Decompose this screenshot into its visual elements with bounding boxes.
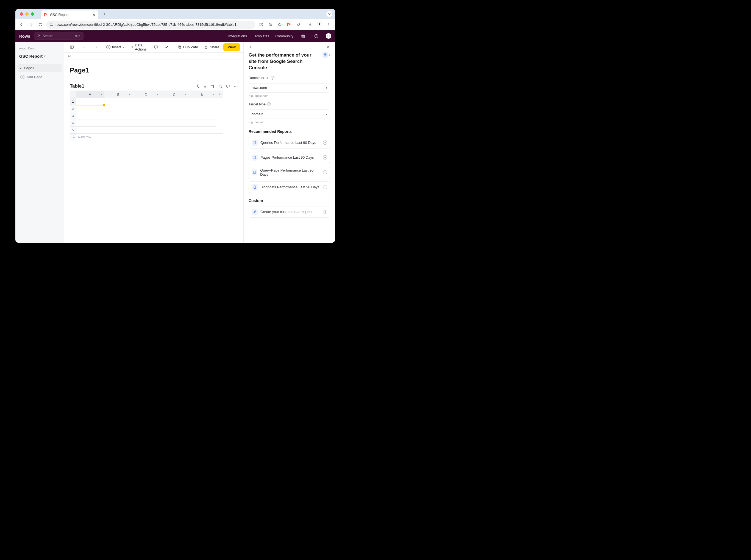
custom-request-item[interactable]: Create your custom data request — [249, 206, 330, 218]
share-button[interactable]: Share — [202, 44, 222, 51]
add-report-icon[interactable]: + — [323, 155, 327, 159]
cell[interactable] — [160, 112, 188, 119]
global-search[interactable]: Search ⌘ K — [34, 32, 83, 40]
doc-title[interactable]: GSC Report ▾ — [18, 51, 62, 61]
row-header[interactable]: 2 — [70, 105, 76, 112]
rows-extension-icon[interactable] — [285, 21, 292, 28]
crumb-root[interactable]: rows — [19, 47, 25, 50]
browser-tab[interactable]: GSC Report ✕ — [41, 11, 98, 19]
add-report-icon[interactable]: + — [323, 185, 327, 189]
search-icon[interactable] — [218, 84, 223, 88]
trend-button[interactable] — [162, 44, 171, 51]
cell[interactable] — [160, 119, 188, 126]
cell[interactable] — [104, 105, 132, 112]
close-tab-icon[interactable]: ✕ — [92, 13, 96, 17]
target-select[interactable]: domain ▾ — [249, 109, 330, 119]
filter-icon[interactable] — [203, 84, 207, 88]
select-all-corner[interactable] — [70, 91, 76, 98]
address-bar[interactable]: rows.com/rows/demo/untitled-2-3CcARDlgNa… — [46, 21, 255, 29]
cell[interactable] — [160, 98, 188, 105]
add-row-button[interactable]: + — [70, 134, 76, 141]
reload-button[interactable] — [37, 21, 44, 28]
cell[interactable] — [76, 119, 104, 126]
ai-sparkle-icon[interactable] — [195, 84, 199, 88]
cell[interactable] — [132, 98, 160, 105]
cell[interactable] — [76, 126, 104, 134]
redo-button[interactable] — [91, 44, 99, 51]
site-settings-icon[interactable] — [50, 23, 53, 27]
extensions-icon[interactable] — [295, 21, 302, 28]
insert-button[interactable]: + Insert ▾ — [104, 44, 127, 51]
sidebar-item-page1[interactable]: ▸ Page1 — [18, 64, 62, 72]
zoom-icon[interactable] — [267, 21, 274, 28]
chevron-down-icon[interactable]: ▾ — [213, 93, 214, 96]
row-header[interactable]: 3 — [70, 112, 76, 119]
duplicate-button[interactable]: Duplicate — [175, 44, 200, 51]
data-actions-button[interactable]: Data Actions — [128, 42, 150, 53]
user-avatar[interactable]: H — [326, 33, 331, 39]
table-title[interactable]: Table1 — [70, 83, 84, 89]
help-icon[interactable] — [313, 33, 320, 40]
cell[interactable] — [188, 98, 216, 105]
report-item[interactable]: Queries Performance Last 90 Days + — [249, 137, 330, 148]
chevron-down-icon[interactable]: ▾ — [129, 93, 130, 96]
chevron-down-icon[interactable]: ▾ — [101, 93, 102, 96]
cell-a1[interactable] — [76, 98, 104, 105]
row-header[interactable]: 5 — [70, 126, 76, 134]
gsc-source-icon[interactable] — [323, 52, 328, 58]
cell[interactable] — [188, 119, 216, 126]
nav-templates[interactable]: Templates — [253, 34, 269, 38]
cell[interactable] — [104, 98, 132, 105]
row-header[interactable]: 1 — [70, 98, 76, 105]
undo-button[interactable] — [81, 44, 89, 51]
open-external-icon[interactable] — [257, 21, 265, 28]
page-title[interactable]: Page1 — [70, 66, 238, 74]
comment-button[interactable] — [152, 44, 160, 51]
sort-icon[interactable] — [210, 84, 215, 88]
add-report-icon[interactable]: + — [323, 141, 327, 145]
domain-select[interactable]: rows.com ▾ — [249, 83, 330, 93]
toggle-sidebar-button[interactable] — [68, 44, 76, 51]
tab-list-button[interactable] — [326, 11, 332, 17]
report-item[interactable]: Blogposts Performance Last 90 Days + — [249, 181, 330, 193]
cell[interactable] — [188, 112, 216, 119]
cell[interactable] — [132, 119, 160, 126]
profile-avatar-icon[interactable] — [316, 21, 323, 28]
panel-back-button[interactable] — [249, 45, 252, 49]
chevron-down-icon[interactable]: ▾ — [157, 93, 158, 96]
column-header-a[interactable]: A▾ — [76, 91, 104, 98]
maximize-window-button[interactable] — [31, 12, 34, 16]
cell[interactable] — [76, 112, 104, 119]
cell[interactable] — [76, 105, 104, 112]
panel-close-button[interactable] — [326, 45, 330, 49]
chevron-down-icon[interactable]: ▾ — [185, 93, 186, 96]
spreadsheet-table[interactable]: A▾ B▾ C▾ D▾ E▾ + 1 2 3 4 5 — [70, 91, 223, 141]
column-header-d[interactable]: D▾ — [160, 91, 188, 98]
cell[interactable] — [188, 126, 216, 134]
chevron-down-icon[interactable]: ▾ — [329, 54, 330, 56]
cell[interactable] — [160, 126, 188, 134]
row-header[interactable]: 4 — [70, 119, 76, 126]
report-item[interactable]: Pages Performance Last 90 Days + — [249, 152, 330, 163]
view-button[interactable]: View — [223, 43, 240, 51]
close-window-button[interactable] — [20, 12, 23, 16]
nav-back-button[interactable] — [18, 21, 25, 28]
cell[interactable] — [188, 105, 216, 112]
comment-icon[interactable] — [226, 84, 230, 88]
new-row-label[interactable]: New row — [76, 134, 223, 141]
crumb-folder[interactable]: Demo — [28, 47, 36, 50]
cell[interactable] — [104, 119, 132, 126]
report-item[interactable]: Query-Page Performance Last 90 Days + — [249, 167, 330, 178]
cell[interactable] — [132, 126, 160, 134]
cell[interactable] — [132, 105, 160, 112]
column-header-c[interactable]: C▾ — [132, 91, 160, 98]
app-logo[interactable]: Rows — [19, 34, 30, 38]
cell[interactable] — [160, 105, 188, 112]
nav-integrations[interactable]: Integrations — [228, 34, 247, 38]
column-header-b[interactable]: B▾ — [104, 91, 132, 98]
cell[interactable] — [104, 126, 132, 134]
add-column-button[interactable]: + — [216, 91, 223, 98]
column-header-e[interactable]: E▾ — [188, 91, 216, 98]
gift-icon[interactable] — [300, 33, 307, 40]
more-icon[interactable] — [233, 84, 238, 88]
